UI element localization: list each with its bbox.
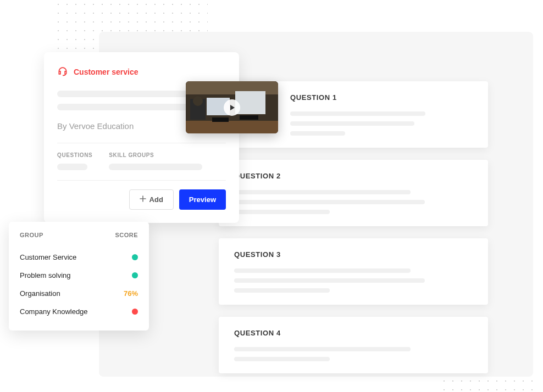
skeleton-line xyxy=(57,91,189,97)
svg-rect-8 xyxy=(240,115,258,120)
skeleton-line xyxy=(290,131,345,136)
stat-label: SKILL GROUPS xyxy=(109,152,202,158)
video-thumbnail[interactable] xyxy=(186,81,278,133)
svg-rect-6 xyxy=(186,121,278,133)
assessment-title: Customer service xyxy=(74,68,138,76)
score-header-score: SCORE xyxy=(115,232,138,238)
assessment-card: Customer service By Vervoe Education QUE… xyxy=(44,52,239,223)
question-title: QUESTION 4 xyxy=(234,329,473,337)
score-indicator-dot xyxy=(132,272,138,278)
divider xyxy=(57,143,226,143)
score-row-name: Organisation xyxy=(20,289,60,298)
question-title: QUESTION 3 xyxy=(234,250,473,259)
score-card: GROUP SCORE Customer Service Problem sol… xyxy=(9,222,149,331)
score-row-name: Problem solving xyxy=(20,271,71,279)
score-row: Customer Service xyxy=(20,248,138,266)
headset-icon xyxy=(57,65,68,79)
svg-rect-7 xyxy=(212,117,229,122)
divider xyxy=(57,180,226,181)
score-row: Company Knowledge xyxy=(20,303,138,321)
plus-icon xyxy=(140,195,146,204)
question-title: QUESTION 1 xyxy=(290,93,473,102)
score-row-name: Company Knowledge xyxy=(20,307,88,316)
skeleton-line xyxy=(234,288,330,293)
skeleton-line xyxy=(234,357,330,361)
svg-rect-2 xyxy=(235,91,265,114)
card-header: Customer service xyxy=(57,65,226,79)
preview-button-label: Preview xyxy=(189,195,216,204)
skeleton-line xyxy=(234,210,330,214)
question-card: QUESTION 4 xyxy=(219,317,488,373)
skeleton-line xyxy=(290,111,425,116)
skeleton-line xyxy=(234,278,425,283)
button-row: Add Preview xyxy=(57,189,226,210)
skeleton-line xyxy=(234,268,411,273)
skeleton-line xyxy=(109,164,202,170)
add-button-label: Add xyxy=(149,195,163,204)
skeleton-line xyxy=(234,190,411,194)
skeleton-line xyxy=(57,164,87,170)
preview-button[interactable]: Preview xyxy=(179,189,226,210)
score-header: GROUP SCORE xyxy=(20,232,138,238)
score-row: Problem solving xyxy=(20,266,138,284)
question-title: QUESTION 2 xyxy=(234,172,473,180)
score-percent: 76% xyxy=(124,289,138,298)
score-row: Organisation 76% xyxy=(20,284,138,303)
skeleton-line xyxy=(234,347,411,351)
score-header-group: GROUP xyxy=(20,232,43,238)
stats-row: QUESTIONS SKILL GROUPS xyxy=(57,152,226,170)
score-indicator-dot xyxy=(132,309,138,315)
question-card: QUESTION 3 xyxy=(219,238,488,305)
score-row-name: Customer Service xyxy=(20,253,76,261)
stat-questions: QUESTIONS xyxy=(57,152,92,170)
svg-point-5 xyxy=(193,96,203,106)
stat-label: QUESTIONS xyxy=(57,152,92,158)
add-button[interactable]: Add xyxy=(129,189,174,210)
skeleton-line xyxy=(234,200,425,204)
skeleton-line xyxy=(290,121,414,126)
stat-skillgroups: SKILL GROUPS xyxy=(109,152,202,170)
score-indicator-dot xyxy=(132,254,138,260)
question-card: QUESTION 2 xyxy=(219,160,488,226)
play-icon xyxy=(224,99,240,116)
